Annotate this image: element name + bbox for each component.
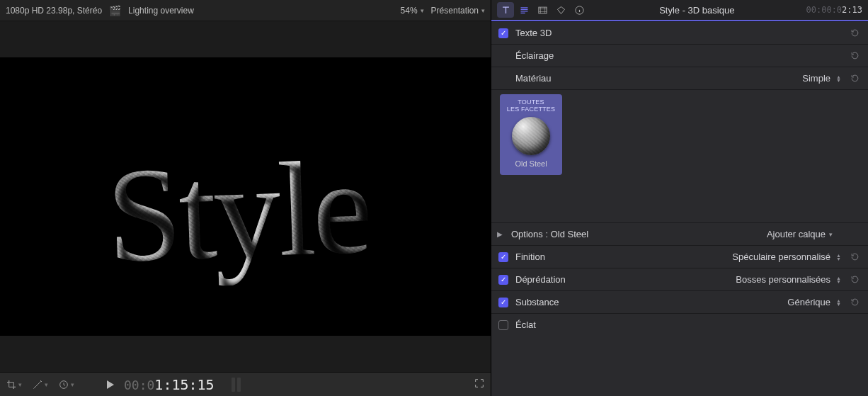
row-substance[interactable]: ✓ Substance Générique ▲▼ — [491, 290, 868, 313]
zoom-value: 54% — [401, 6, 418, 16]
clapperboard-icon[interactable]: 🎬 — [109, 5, 121, 16]
text-inspector-tab[interactable] — [497, 2, 514, 18]
viewer-top-bar: 1080p HD 23.98p, Stéréo 🎬 Lighting overv… — [0, 0, 491, 21]
viewer-canvas[interactable]: Style Style — [0, 21, 491, 372]
info-inspector-tab[interactable] — [571, 2, 588, 18]
depredation-value[interactable]: Bosses personnalisées ▲▼ — [736, 274, 841, 285]
chevron-down-icon: ▾ — [71, 381, 74, 388]
video-frame: Style Style — [0, 57, 491, 336]
paragraph-inspector-tab[interactable] — [515, 2, 532, 18]
stepper-icon: ▲▼ — [836, 254, 841, 261]
generator-inspector-tab[interactable] — [552, 2, 569, 18]
stepper-icon: ▲▼ — [836, 299, 841, 306]
chevron-down-icon: ▾ — [18, 381, 22, 388]
format-label: 1080p HD 23.98p, Stéréo — [6, 6, 102, 16]
row-material-well: TOUTESLES FACETTES Old Steel — [491, 89, 868, 222]
viewer-pane: 1080p HD 23.98p, Stéréo 🎬 Lighting overv… — [0, 0, 491, 396]
facets-label: TOUTESLES FACETTES — [507, 98, 555, 113]
row-finition[interactable]: ✓ Finition Spéculaire personnalisé ▲▼ — [491, 245, 868, 268]
substance-value[interactable]: Générique ▲▼ — [787, 297, 841, 307]
chevron-down-icon: ▾ — [45, 381, 48, 388]
reset-icon[interactable] — [848, 251, 861, 264]
reset-icon[interactable] — [848, 50, 861, 62]
material-preview-sphere[interactable] — [512, 117, 550, 155]
effects-tool-icon[interactable]: ▾ — [32, 379, 48, 390]
chevron-down-icon: ▾ — [481, 7, 485, 14]
row-materiau[interactable]: Matériau Simple ▲▼ — [491, 67, 868, 89]
reset-icon[interactable] — [848, 273, 861, 286]
row-eclat[interactable]: Éclat — [491, 313, 868, 336]
reset-icon[interactable] — [848, 27, 861, 40]
clip-name[interactable]: Lighting overview — [128, 6, 194, 16]
video-inspector-tab[interactable] — [534, 2, 551, 18]
checkbox-depredation[interactable]: ✓ — [498, 275, 508, 285]
material-well[interactable]: TOUTESLES FACETTES Old Steel — [500, 94, 562, 175]
finition-value[interactable]: Spéculaire personnalisé ▲▼ — [732, 251, 841, 262]
chevron-down-icon: ▾ — [829, 231, 833, 238]
checkbox-substance[interactable]: ✓ — [498, 298, 508, 307]
viewer-bottom-bar: ▾ ▾ ▾ 00:0 1:15:15 — [0, 372, 491, 396]
add-layer-dropdown[interactable]: Ajouter calque ▾ — [767, 229, 833, 239]
reset-icon[interactable] — [848, 72, 861, 85]
checkbox-texte-3d[interactable]: ✓ — [498, 28, 508, 38]
row-eclairage[interactable]: Éclairage — [491, 44, 868, 67]
material-name: Old Steel — [515, 159, 547, 168]
inspector-title: Style - 3D basique — [593, 5, 801, 16]
inspector-timecode: 00:00:02:13 — [806, 5, 862, 15]
fullscreen-icon[interactable] — [474, 378, 485, 391]
disclosure-triangle-icon[interactable]: ▶ — [496, 230, 504, 238]
chevron-down-icon: ▾ — [421, 7, 424, 14]
checkbox-eclat[interactable] — [498, 320, 508, 330]
retime-tool-icon[interactable]: ▾ — [58, 379, 74, 390]
inspector-pane: Style - 3D basique 00:00:02:13 ✓ Texte 3… — [491, 0, 868, 396]
svg-rect-1 — [538, 7, 546, 13]
view-mode-dropdown[interactable]: Présentation ▾ — [431, 6, 485, 16]
checkbox-finition[interactable]: ✓ — [498, 252, 508, 262]
row-options[interactable]: ▶ Options : Old Steel Ajouter calque ▾ — [491, 222, 868, 245]
stepper-icon: ▲▼ — [836, 276, 841, 283]
stepper-icon: ▲▼ — [836, 75, 841, 82]
row-texte-3d[interactable]: ✓ Texte 3D — [491, 21, 868, 44]
audio-meters — [232, 378, 241, 392]
inspector-tab-bar: Style - 3D basique 00:00:02:13 — [491, 0, 868, 21]
play-button[interactable] — [107, 380, 114, 389]
reset-icon[interactable] — [848, 296, 861, 309]
inspector-params: ✓ Texte 3D Éclairage Matériau Simple ▲▼ — [491, 21, 868, 336]
zoom-dropdown[interactable]: 54% ▾ — [401, 6, 424, 16]
row-depredation[interactable]: ✓ Déprédation Bosses personnalisées ▲▼ — [491, 268, 868, 290]
viewer-timecode[interactable]: 00:0 1:15:15 — [124, 376, 215, 393]
crop-tool-icon[interactable]: ▾ — [6, 379, 22, 390]
3d-text-preview: Style Style — [105, 139, 372, 283]
view-mode-label: Présentation — [431, 6, 479, 16]
materiau-value[interactable]: Simple ▲▼ — [802, 73, 841, 84]
